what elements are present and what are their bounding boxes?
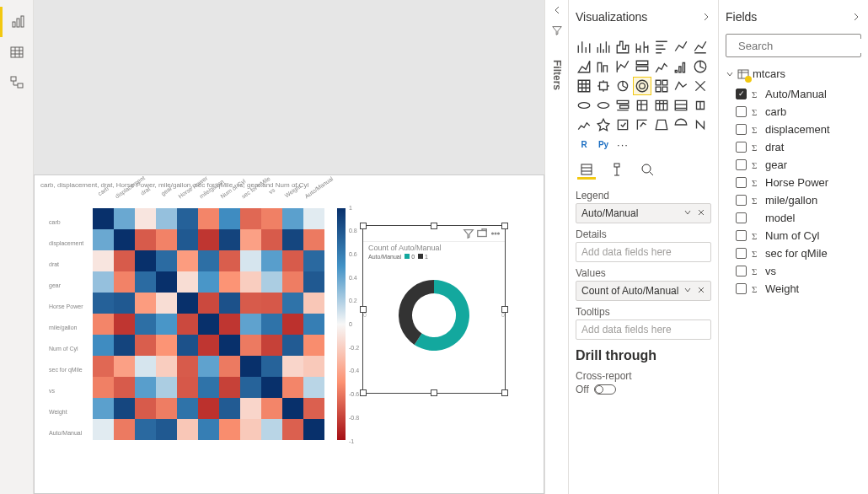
viz-type-icon[interactable]	[595, 58, 612, 75]
donut-chart[interactable]: 0 0	[363, 263, 505, 364]
tooltips-well[interactable]: Add data fields here	[576, 319, 711, 340]
remove-field-icon[interactable]	[697, 286, 705, 294]
field-checkbox[interactable]	[736, 195, 747, 206]
field-row[interactable]: Σgear	[726, 156, 861, 174]
field-checkbox[interactable]	[736, 89, 747, 99]
viz-type-icon[interactable]	[576, 78, 592, 94]
analytics-tab[interactable]	[638, 161, 656, 180]
viz-type-icon[interactable]	[595, 97, 612, 114]
field-row[interactable]: Σcarb	[726, 103, 861, 121]
more-visuals-icon[interactable]: ···	[614, 136, 631, 153]
field-row[interactable]: Σsec for qMile	[726, 244, 861, 262]
format-mode-tabs	[576, 158, 711, 186]
viz-type-icon[interactable]: Py	[595, 136, 612, 153]
tooltips-well-label: Tooltips	[576, 306, 711, 318]
viz-type-icon[interactable]	[634, 116, 651, 133]
viz-type-icon[interactable]	[692, 116, 709, 133]
viz-type-icon[interactable]	[595, 78, 612, 94]
values-well[interactable]: Count of Auto/Manual	[576, 281, 711, 301]
field-checkbox[interactable]	[736, 248, 747, 259]
model-view-button[interactable]	[0, 67, 34, 98]
fields-tab[interactable]	[577, 161, 596, 180]
data-view-button[interactable]	[0, 37, 34, 67]
details-well[interactable]: Add data fields here	[576, 242, 711, 262]
report-view-button[interactable]	[0, 7, 34, 37]
view-switcher	[0, 0, 34, 494]
viz-type-icon[interactable]	[634, 58, 651, 75]
chevron-down-icon[interactable]	[683, 208, 692, 217]
field-checkbox[interactable]	[736, 159, 747, 170]
field-name: carb	[765, 105, 786, 118]
table-mtcars[interactable]: mtcars	[726, 67, 861, 80]
sigma-icon: Σ	[752, 249, 760, 259]
field-row[interactable]: Σvs	[726, 262, 861, 280]
fields-search-input[interactable]	[737, 39, 868, 53]
collapse-pane-icon[interactable]	[701, 12, 711, 22]
remove-field-icon[interactable]	[697, 208, 705, 217]
viz-type-icon[interactable]	[672, 97, 689, 114]
viz-type-icon[interactable]	[653, 78, 670, 94]
viz-type-icon[interactable]	[692, 39, 709, 56]
field-row[interactable]: ΣNum of Cyl	[726, 227, 861, 244]
viz-type-icon[interactable]	[576, 97, 592, 114]
field-row[interactable]: Σdrat	[726, 138, 861, 156]
field-checkbox[interactable]	[736, 106, 747, 117]
viz-type-icon[interactable]	[614, 116, 631, 133]
field-row[interactable]: ΣHorse Power	[726, 174, 861, 191]
viz-type-icon[interactable]	[634, 97, 651, 114]
donut-chart-visual[interactable]: Count of Auto/Manual Auto/Manual 0 1 0 0	[362, 225, 506, 394]
viz-type-icon[interactable]	[576, 58, 592, 75]
legend-well[interactable]: Auto/Manual	[576, 203, 711, 223]
collapse-pane-icon[interactable]	[851, 12, 861, 22]
svg-point-13	[492, 233, 494, 234]
report-canvas[interactable]: carb, displacement, drat, Horse Power, m…	[34, 0, 544, 494]
filters-pane-collapsed[interactable]: Filters	[544, 0, 568, 494]
viz-type-icon[interactable]: R	[576, 136, 592, 153]
viz-type-icon[interactable]	[614, 39, 631, 56]
expand-filters-icon[interactable]	[550, 3, 564, 19]
heatmap-visual[interactable]	[93, 208, 324, 440]
field-checkbox[interactable]	[736, 177, 747, 188]
cross-report-toggle[interactable]: Off	[576, 384, 711, 395]
field-checkbox[interactable]	[736, 283, 747, 294]
viz-type-icon[interactable]	[653, 39, 670, 56]
viz-type-icon[interactable]	[692, 58, 709, 75]
viz-type-icon[interactable]	[692, 97, 709, 114]
viz-type-icon[interactable]	[672, 58, 689, 75]
viz-type-icon[interactable]	[672, 116, 689, 133]
viz-type-icon[interactable]	[614, 58, 631, 75]
field-name: Num of Cyl	[765, 229, 819, 242]
viz-type-icon[interactable]	[595, 39, 612, 56]
field-row[interactable]: ΣWeight	[726, 280, 861, 298]
viz-type-icon[interactable]	[576, 39, 592, 56]
field-row[interactable]: Σdisplacement	[726, 121, 861, 138]
field-checkbox[interactable]	[736, 142, 747, 153]
field-row[interactable]: Σmile/gallon	[726, 191, 861, 209]
viz-type-icon[interactable]	[614, 78, 631, 94]
field-checkbox[interactable]	[736, 124, 747, 135]
viz-type-icon[interactable]	[653, 58, 670, 75]
field-checkbox[interactable]	[736, 212, 747, 223]
viz-type-icon[interactable]	[614, 97, 631, 114]
filter-icon[interactable]	[463, 228, 474, 239]
viz-type-icon[interactable]	[576, 116, 592, 133]
field-checkbox[interactable]	[736, 266, 747, 277]
viz-type-icon[interactable]	[672, 78, 689, 94]
format-tab[interactable]	[608, 161, 626, 180]
viz-type-icon[interactable]	[595, 116, 612, 133]
viz-type-icon[interactable]	[672, 39, 689, 56]
field-row[interactable]: ΣAuto/Manual	[726, 85, 861, 103]
chevron-down-icon[interactable]	[683, 286, 692, 294]
field-row[interactable]: model	[726, 209, 861, 227]
viz-type-icon[interactable]	[692, 78, 709, 94]
field-name: Weight	[765, 282, 799, 295]
focus-mode-icon[interactable]	[476, 228, 488, 239]
viz-type-icon[interactable]	[653, 97, 670, 114]
field-checkbox[interactable]	[736, 230, 747, 241]
viz-type-icon[interactable]	[634, 78, 651, 94]
details-well-label: Details	[576, 228, 711, 240]
viz-type-icon[interactable]	[653, 116, 670, 133]
more-options-icon[interactable]	[490, 228, 501, 239]
viz-type-icon[interactable]	[634, 39, 651, 56]
fields-search[interactable]	[726, 34, 861, 57]
